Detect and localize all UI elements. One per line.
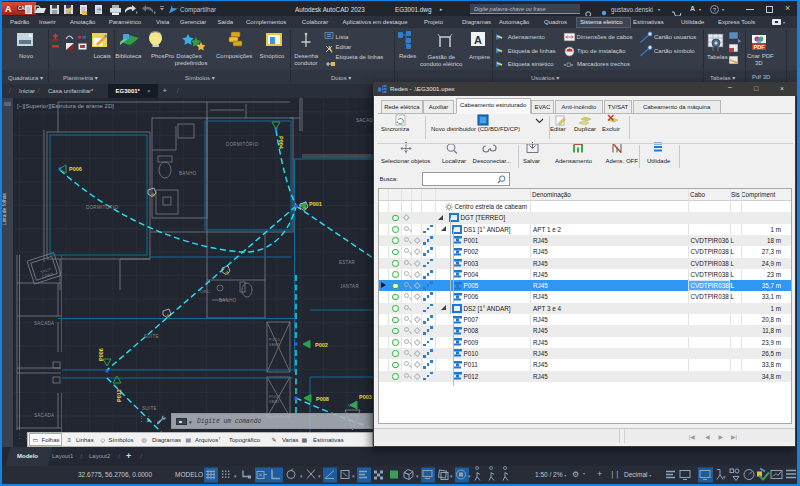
- svg-text:A: A: [474, 34, 482, 46]
- svg-text:▾: ▾: [468, 473, 471, 479]
- svg-text:JANTAR: JANTAR: [340, 284, 359, 289]
- svg-text:POÇO: POÇO: [269, 395, 281, 399]
- svg-text:PDF: PDF: [754, 44, 766, 50]
- svg-text:DORMITÓRIO: DORMITÓRIO: [226, 141, 258, 147]
- svg-text:▾: ▾: [300, 473, 303, 479]
- svg-text:▾: ▾: [352, 473, 355, 479]
- svg-text:P006: P006: [98, 348, 104, 361]
- svg-text:BANHO: BANHO: [179, 171, 197, 176]
- svg-text:VGA: VGA: [348, 404, 357, 408]
- svg-text:SUITE: SUITE: [144, 334, 159, 339]
- svg-text:SACADA: SACADA: [34, 413, 54, 418]
- svg-text:P001: P001: [309, 201, 322, 207]
- svg-text:CIRC.: CIRC.: [200, 290, 211, 294]
- svg-text:DORMITÓRIO: DORMITÓRIO: [86, 204, 118, 210]
- svg-text:16: 16: [301, 206, 307, 212]
- svg-text:VENT.: VENT.: [269, 343, 280, 347]
- svg-text:POÇO: POÇO: [269, 338, 281, 342]
- svg-text:P004: P004: [278, 136, 284, 150]
- svg-text:ESTAR: ESTAR: [339, 260, 356, 265]
- svg-text:▾: ▾: [318, 473, 321, 479]
- svg-text:▾: ▾: [234, 473, 237, 479]
- svg-text:▾: ▾: [723, 474, 726, 480]
- svg-text:P008: P008: [316, 396, 329, 402]
- svg-text:P003: P003: [359, 394, 372, 400]
- svg-text:BANHO: BANHO: [219, 298, 237, 303]
- svg-text:P006: P006: [69, 166, 82, 172]
- svg-text:P012: P012: [116, 389, 122, 402]
- svg-text:▾: ▾: [450, 473, 453, 479]
- svg-text:16: 16: [165, 313, 171, 319]
- svg-text:SACAD: SACAD: [356, 118, 373, 123]
- svg-text:16: 16: [150, 192, 156, 198]
- svg-text:SACADA: SACADA: [34, 321, 54, 326]
- svg-text:P002: P002: [315, 342, 328, 348]
- svg-text:SUITE: SUITE: [142, 406, 157, 411]
- svg-text:▾: ▾: [416, 473, 419, 479]
- svg-text:VENT.: VENT.: [269, 400, 280, 404]
- svg-text:16: 16: [224, 270, 230, 276]
